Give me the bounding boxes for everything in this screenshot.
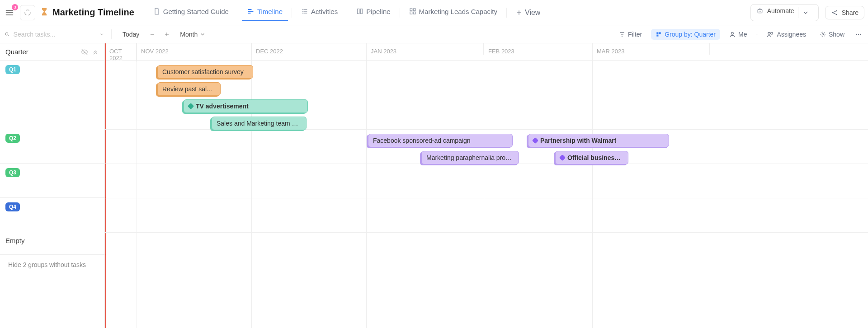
search-wrap [5, 31, 104, 38]
search-icon [5, 31, 10, 37]
svg-rect-6 [413, 12, 415, 14]
task-bar[interactable]: Partnership with Walmart [528, 134, 669, 147]
chevron-down-icon[interactable] [99, 32, 104, 37]
task-label: TV advertisement [196, 103, 249, 110]
automate-button[interactable]: Automate [750, 4, 819, 21]
svg-point-10 [832, 12, 833, 13]
share-button[interactable]: Share [825, 6, 864, 19]
month-divider [484, 43, 484, 328]
month-column: NOV 2022 [137, 43, 251, 55]
today-button[interactable]: Today [119, 29, 143, 40]
topbar: 3 Marketing Timeline Getting Started Gui… [0, 0, 868, 25]
svg-point-9 [760, 10, 761, 11]
app-loader-button[interactable] [20, 5, 35, 20]
show-button[interactable]: Show [815, 29, 849, 40]
svg-point-11 [835, 10, 837, 11]
tab-getting-started[interactable]: Getting Started Guide [148, 4, 234, 21]
add-view-button[interactable]: View [510, 5, 546, 20]
q-badge: Q1 [5, 65, 20, 74]
month-divider [592, 43, 593, 328]
me-button[interactable]: Me [725, 29, 751, 40]
zoom-in-button[interactable] [162, 29, 172, 39]
tab-label: Timeline [257, 8, 283, 15]
tab-pipeline[interactable]: Pipeline [351, 4, 396, 21]
svg-point-19 [771, 32, 773, 34]
svg-point-23 [860, 33, 861, 34]
task-label: Partnership with Walmart [540, 137, 616, 144]
tab-timeline[interactable]: Timeline [242, 4, 288, 21]
month-column: OCT 2022 [105, 43, 137, 61]
doc-icon [153, 8, 160, 15]
main: Quarter Q1 Q2 Q3 Q4 Empty Hide 2 groups … [0, 43, 868, 328]
task-bar[interactable]: Facebook sponsored-ad campaign [368, 134, 513, 147]
hide-groups-link[interactable]: Hide 2 groups without tasks [0, 255, 104, 275]
task-bar[interactable]: Official business webs... [555, 151, 628, 164]
filter-button[interactable]: Filter [614, 29, 646, 40]
month-column: FEB 2023 [484, 43, 592, 55]
tab-separator [506, 8, 507, 18]
task-bar[interactable]: TV advertisement [184, 99, 308, 113]
tab-activities[interactable]: Activities [296, 4, 343, 21]
more-button[interactable] [854, 29, 863, 39]
page-title[interactable]: Marketing Timeline [52, 7, 134, 18]
group-row-q4[interactable]: Q4 [0, 198, 104, 232]
svg-rect-2 [361, 9, 363, 14]
lane-divider [105, 232, 868, 233]
group-heading-label: Quarter [5, 48, 28, 56]
task-bar[interactable]: Customer satisfaction survey [157, 65, 253, 79]
tab-capacity[interactable]: Marketing Leads Capacity [404, 4, 503, 21]
tab-label: Marketing Leads Capacity [419, 8, 497, 15]
automate-label: Automate [767, 7, 794, 18]
timeline-canvas[interactable]: OCT 2022NOV 2022DEC 2022JAN 2023FEB 2023… [105, 43, 868, 328]
sidebar: Quarter Q1 Q2 Q3 Q4 Empty Hide 2 groups … [0, 43, 105, 328]
plus-icon [516, 9, 522, 16]
svg-rect-14 [657, 32, 659, 34]
svg-point-0 [25, 10, 30, 15]
tab-separator [238, 8, 238, 18]
svg-point-20 [822, 33, 824, 35]
list-icon [301, 8, 308, 15]
group-row-empty[interactable]: Empty [0, 232, 104, 255]
toolbar: Today Month Filter Group by: Quarter Me … [0, 25, 868, 43]
month-column: MAR 2023 [592, 43, 710, 55]
task-label: Facebook sponsored-ad campaign [373, 137, 471, 144]
month-divider [366, 43, 367, 328]
add-view-label: View [525, 9, 540, 17]
collapse-icon[interactable] [92, 48, 99, 56]
group-row-q3[interactable]: Q3 [0, 164, 104, 198]
tab-label: Pipeline [366, 8, 390, 15]
svg-rect-1 [358, 9, 359, 14]
task-bar[interactable]: Sales and Marketing team plann... [212, 117, 307, 130]
menu-button[interactable]: 3 [2, 5, 17, 20]
svg-point-22 [858, 33, 859, 34]
minus-icon [149, 31, 156, 37]
sidebar-heading: Quarter [0, 43, 104, 61]
q-badge: Q4 [5, 202, 20, 211]
eye-off-icon[interactable] [81, 48, 88, 56]
group-by-button[interactable]: Group by: Quarter [651, 29, 720, 40]
search-input[interactable] [14, 31, 96, 38]
automate-dropdown[interactable] [798, 7, 813, 18]
task-label: Customer satisfaction survey [162, 68, 244, 75]
assignees-button[interactable]: Assignees [762, 29, 811, 40]
tab-separator [292, 8, 292, 18]
group-row-q2[interactable]: Q2 [0, 129, 104, 164]
task-bar[interactable]: Review past sales and... [157, 82, 221, 96]
separator-dot: · [756, 31, 758, 38]
person-icon [729, 31, 736, 37]
svg-rect-16 [657, 34, 659, 36]
capacity-icon [409, 8, 416, 15]
group-row-q1[interactable]: Q1 [0, 61, 104, 129]
svg-rect-4 [413, 9, 415, 11]
zoom-out-button[interactable] [147, 29, 157, 39]
task-label: Sales and Marketing team plann... [217, 120, 302, 127]
range-select[interactable]: Month [176, 29, 209, 40]
task-bar[interactable]: Marketing paraphernalia productio... [421, 151, 519, 164]
notification-badge: 3 [12, 4, 18, 10]
chevron-down-icon [199, 31, 206, 37]
milestone-icon [188, 103, 194, 109]
tab-separator [347, 8, 347, 18]
timeline-icon [247, 8, 255, 15]
tab-label: Activities [311, 8, 338, 15]
robot-icon [756, 7, 764, 14]
